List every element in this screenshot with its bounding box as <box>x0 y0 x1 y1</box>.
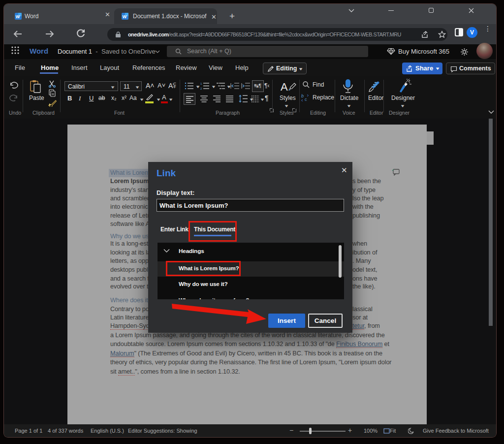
svg-text:2: 2 <box>200 87 202 90</box>
svg-text:1: 1 <box>200 82 202 85</box>
svg-text:W: W <box>16 14 20 19</box>
svg-text:c: c <box>305 97 307 101</box>
svg-text:W: W <box>123 14 127 19</box>
svg-text:b: b <box>301 94 304 98</box>
